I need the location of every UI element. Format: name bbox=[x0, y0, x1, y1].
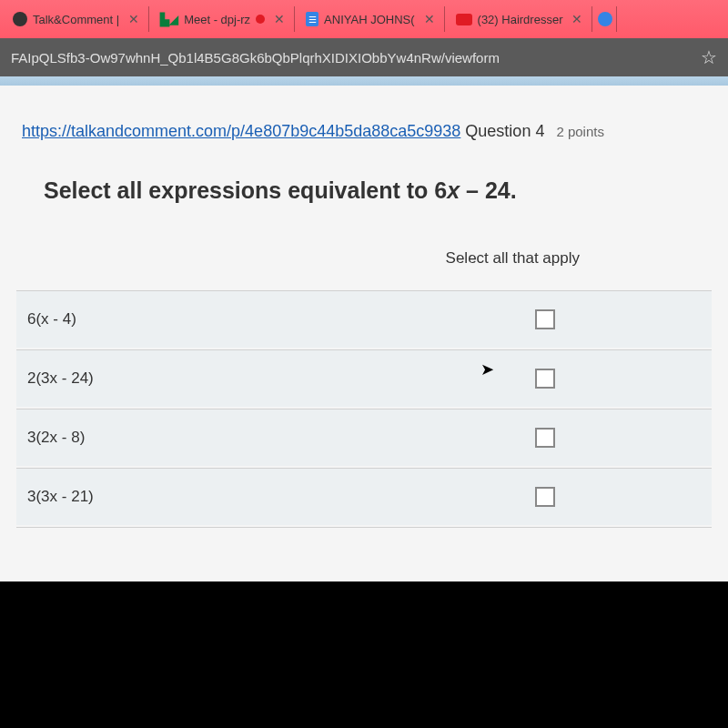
question-prompt: Select all expressions equivalent to 6x … bbox=[16, 177, 712, 204]
checkbox[interactable] bbox=[535, 309, 555, 329]
recording-icon bbox=[256, 15, 265, 24]
bookmark-star-icon[interactable]: ☆ bbox=[701, 46, 717, 68]
question-link[interactable]: https://talkandcomment.com/p/4e807b9c44b… bbox=[22, 122, 460, 140]
question-number: Question 4 bbox=[460, 122, 544, 140]
close-icon[interactable]: ✕ bbox=[274, 12, 285, 26]
doc-icon: ☰ bbox=[306, 12, 318, 26]
tab-meet[interactable]: ▙◢ Meet - dpj-rz ✕ bbox=[151, 6, 295, 32]
favicon-icon bbox=[13, 12, 27, 26]
checkbox[interactable] bbox=[535, 487, 555, 507]
option-row[interactable]: 2(3x - 24) ➤ bbox=[16, 349, 712, 407]
url-text: FAIpQLSfb3-Ow97whnH_Qb1l4B5G8Gk6bQbPlqrh… bbox=[11, 50, 500, 66]
tab-label: Talk&Comment | bbox=[33, 13, 119, 26]
tab-hairdresser[interactable]: (32) Hairdresser ✕ bbox=[447, 6, 593, 32]
option-row[interactable]: 6(x - 4) bbox=[16, 290, 712, 348]
option-text: 6(x - 4) bbox=[27, 310, 76, 329]
accent-bar bbox=[0, 76, 728, 86]
tab-strip: Talk&Comment | ✕ ▙◢ Meet - dpj-rz ✕ ☰ AN… bbox=[0, 0, 728, 38]
checkbox[interactable] bbox=[535, 428, 555, 448]
question-header: https://talkandcomment.com/p/4e807b9c44b… bbox=[16, 122, 712, 141]
youtube-icon bbox=[456, 14, 472, 25]
tab-label: Meet - dpj-rz bbox=[184, 13, 250, 26]
question-points: 2 points bbox=[556, 124, 604, 139]
tab-talkcomment[interactable]: Talk&Comment | ✕ bbox=[4, 6, 149, 32]
form-card: https://talkandcomment.com/p/4e807b9c44b… bbox=[0, 86, 728, 581]
option-text: 3(2x - 8) bbox=[27, 429, 85, 447]
tab-aniyah[interactable]: ☰ ANIYAH JOHNS( ✕ bbox=[297, 6, 444, 32]
close-icon[interactable]: ✕ bbox=[128, 12, 139, 26]
tab-label: ANIYAH JOHNS( bbox=[324, 13, 414, 26]
close-icon[interactable]: ✕ bbox=[424, 12, 435, 26]
option-text: 3(3x - 21) bbox=[27, 488, 94, 506]
option-text: 2(3x - 24) bbox=[27, 369, 94, 388]
page-content: https://talkandcomment.com/p/4e807b9c44b… bbox=[0, 76, 728, 581]
select-all-label: Select all that apply bbox=[16, 249, 712, 268]
tab-partial[interactable] bbox=[594, 6, 617, 32]
meet-icon: ▙◢ bbox=[160, 13, 178, 26]
close-icon[interactable]: ✕ bbox=[571, 12, 582, 26]
tab-label: (32) Hairdresser bbox=[478, 13, 563, 26]
option-row[interactable]: 3(2x - 8) bbox=[16, 409, 712, 466]
cursor-icon: ➤ bbox=[480, 359, 494, 379]
address-bar[interactable]: FAIpQLSfb3-Ow97whnH_Qb1l4B5G8Gk6bQbPlqrh… bbox=[0, 38, 728, 76]
spacer bbox=[16, 527, 712, 563]
favicon-icon bbox=[598, 12, 612, 26]
option-row[interactable]: 3(3x - 21) bbox=[16, 468, 712, 525]
checkbox[interactable] bbox=[535, 369, 555, 389]
